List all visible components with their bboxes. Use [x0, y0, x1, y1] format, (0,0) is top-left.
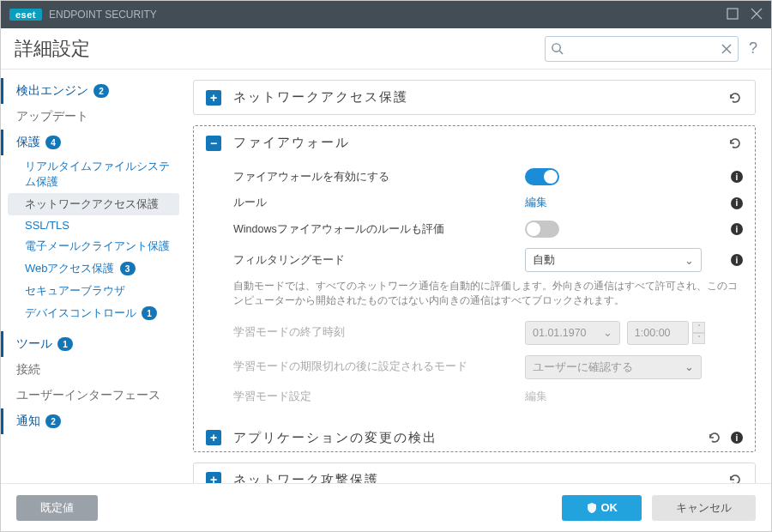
- badge: 3: [120, 262, 136, 275]
- panel-header[interactable]: + ネットワークアクセス保護: [194, 81, 755, 114]
- link-edit-learn-settings: 編集: [525, 390, 547, 404]
- clear-search-icon[interactable]: [721, 43, 733, 55]
- sidebar-item-ui[interactable]: ユーザーインターフェース: [1, 383, 186, 408]
- badge: 2: [93, 84, 109, 98]
- sidebar-item-label: 検出エンジン: [16, 83, 88, 99]
- undo-icon[interactable]: [727, 90, 743, 106]
- product-name: ENDPOINT SECURITY: [49, 9, 157, 21]
- panel-title: ネットワーク攻撃保護: [233, 472, 379, 484]
- info-icon[interactable]: i: [731, 197, 743, 209]
- info-icon[interactable]: i: [731, 223, 743, 235]
- search-box[interactable]: [545, 36, 739, 62]
- section-title: アプリケーションの変更の検出: [233, 430, 437, 446]
- sidebar-item-connection[interactable]: 接続: [1, 357, 186, 383]
- sidebar-item-label: 接続: [16, 362, 40, 378]
- panel-network-access: + ネットワークアクセス保護: [193, 80, 756, 115]
- toggle-winfw[interactable]: [525, 221, 559, 238]
- info-icon[interactable]: i: [731, 254, 743, 266]
- section-app-change[interactable]: + アプリケーションの変更の検出 i: [194, 421, 755, 451]
- filtermode-description: 自動モードでは、すべてのネットワーク通信を自動的に評価します。外向きの通信はすべ…: [233, 279, 743, 309]
- sidebar-item-label: アップデート: [16, 109, 88, 124]
- badge: 1: [142, 306, 157, 320]
- badge: 4: [45, 136, 61, 149]
- sidebar: 検出エンジン 2 アップデート 保護 4 リアルタイムファイルシステム保護 ネッ…: [1, 70, 186, 483]
- badge: 2: [45, 414, 61, 428]
- row-learn-mode-after: 学習モードの期限切れの後に設定されるモード ユーザーに確認する ⌄: [233, 350, 743, 384]
- default-button[interactable]: 既定値: [16, 495, 98, 521]
- sidebar-item-email-client[interactable]: 電子メールクライアント保護: [1, 235, 186, 257]
- row-learn-end: 学習モードの終了時刻 01.01.1970 ⌄ 1:00:00 ˄˅: [233, 316, 743, 350]
- sidebar-item-realtime-fs[interactable]: リアルタイムファイルシステム保護: [1, 155, 186, 193]
- info-icon[interactable]: i: [731, 171, 743, 183]
- ok-button[interactable]: OK: [562, 495, 642, 521]
- select-filtermode[interactable]: 自動 ⌄: [525, 248, 702, 272]
- input-learn-end-date: 01.01.1970 ⌄: [525, 321, 620, 345]
- chevron-down-icon: ⌄: [685, 254, 694, 267]
- undo-icon[interactable]: [707, 430, 722, 445]
- sidebar-item-update[interactable]: アップデート: [1, 104, 186, 130]
- panel-title: ネットワークアクセス保護: [233, 89, 408, 106]
- sidebar-item-secure-browser[interactable]: セキュアーブラウザ: [1, 280, 186, 302]
- input-learn-end-time: 1:00:00: [627, 321, 690, 345]
- undo-icon[interactable]: [727, 472, 743, 483]
- footer: 既定値 OK キャンセル: [1, 483, 771, 531]
- expand-icon[interactable]: +: [206, 90, 221, 106]
- link-edit-rules[interactable]: 編集: [525, 196, 547, 210]
- panel-network-attack: + ネットワーク攻撃保護: [193, 462, 756, 484]
- panel-header[interactable]: − ファイアウォール: [194, 126, 755, 160]
- svg-point-3: [552, 44, 560, 51]
- select-learn-mode-after: ユーザーに確認する ⌄: [525, 355, 702, 379]
- cancel-button[interactable]: キャンセル: [652, 495, 756, 521]
- sidebar-item-label: 通知: [16, 414, 40, 429]
- row-winfw: Windowsファイアウォールのルールも評価 i: [233, 215, 743, 243]
- shield-icon: [586, 502, 598, 514]
- step-down-icon: ˅: [692, 333, 705, 344]
- info-icon[interactable]: i: [731, 432, 743, 444]
- main-content: + ネットワークアクセス保護 − ファイアウォール ファイアウォールを有効にする: [186, 70, 771, 483]
- brand-badge: eset: [9, 9, 42, 21]
- collapse-icon[interactable]: −: [206, 136, 221, 151]
- window-close-icon[interactable]: [739, 8, 763, 22]
- time-stepper: ˄˅: [692, 322, 705, 344]
- search-input[interactable]: [564, 42, 721, 55]
- chevron-down-icon: ⌄: [603, 326, 612, 339]
- sidebar-item-notification[interactable]: 通知 2: [1, 408, 186, 434]
- step-up-icon: ˄: [692, 322, 705, 333]
- top-bar: 詳細設定 ?: [1, 28, 771, 70]
- sidebar-item-tools[interactable]: ツール 1: [1, 331, 186, 357]
- toggle-firewall-enable[interactable]: [525, 168, 559, 185]
- sidebar-item-web-access[interactable]: Webアクセス保護 3: [1, 257, 186, 280]
- expand-icon[interactable]: +: [206, 472, 221, 483]
- sidebar-item-label: ツール: [16, 336, 52, 352]
- row-firewall-enable: ファイアウォールを有効にする i: [233, 163, 743, 190]
- panel-firewall: − ファイアウォール ファイアウォールを有効にする i ルール 編集 i: [193, 125, 756, 452]
- sidebar-item-network-access[interactable]: ネットワークアクセス保護: [8, 193, 179, 215]
- sidebar-item-protection[interactable]: 保護 4: [1, 130, 186, 155]
- sidebar-item-device-control[interactable]: デバイスコントロール 1: [1, 302, 186, 324]
- undo-icon[interactable]: [727, 136, 743, 151]
- sidebar-item-label: 保護: [16, 135, 40, 150]
- page-title: 詳細設定: [15, 36, 90, 62]
- row-learn-settings: 学習モード設定 編集: [233, 384, 743, 409]
- search-icon: [551, 42, 564, 55]
- sidebar-item-detection-engine[interactable]: 検出エンジン 2: [1, 78, 186, 104]
- help-button[interactable]: ?: [749, 39, 757, 57]
- title-bar: eset ENDPOINT SECURITY: [1, 1, 771, 28]
- window-maximize-icon[interactable]: [715, 8, 739, 22]
- sidebar-item-ssltls[interactable]: SSL/TLS: [1, 215, 186, 235]
- badge: 1: [57, 337, 73, 351]
- panel-title: ファイアウォール: [233, 135, 350, 151]
- row-filtermode: フィルタリングモード 自動 ⌄ i: [233, 243, 743, 277]
- expand-icon[interactable]: +: [206, 430, 221, 445]
- chevron-down-icon: ⌄: [685, 360, 694, 373]
- row-rules: ルール 編集 i: [233, 190, 743, 215]
- svg-rect-0: [727, 9, 738, 19]
- svg-line-4: [559, 51, 563, 54]
- panel-header[interactable]: + ネットワーク攻撃保護: [194, 463, 755, 484]
- sidebar-item-label: ユーザーインターフェース: [16, 388, 160, 403]
